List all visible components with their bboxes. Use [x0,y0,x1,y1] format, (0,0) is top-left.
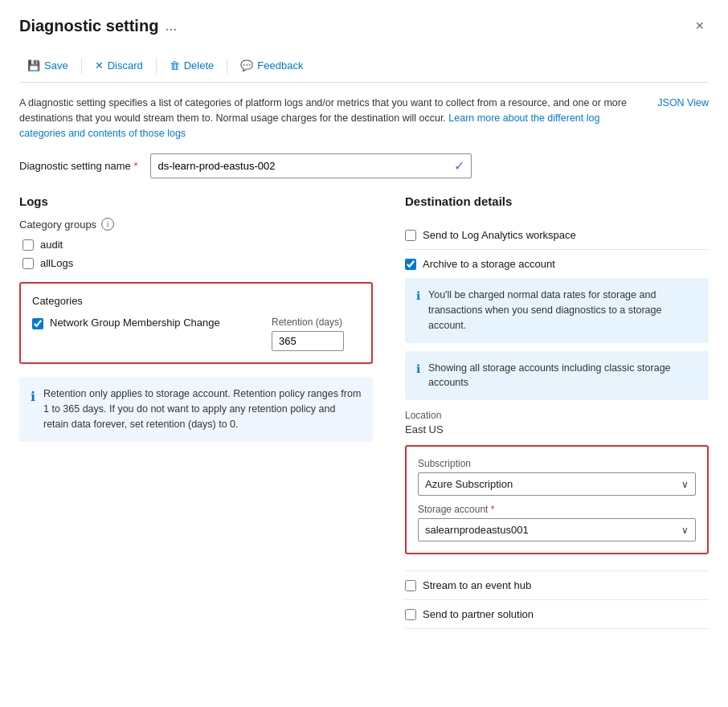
log-analytics-option: Send to Log Analytics workspace [405,221,709,250]
subscription-label: Subscription [418,458,696,469]
retention-input[interactable] [272,331,344,351]
delete-button[interactable]: 🗑 Delete [162,55,223,76]
archive-info-box2: ℹ Showing all storage accounts including… [405,351,709,401]
partner-option: Send to partner solution [405,600,709,629]
close-button[interactable]: × [690,16,709,36]
delete-icon: 🗑 [170,59,180,72]
archive-info-icon2: ℹ [416,361,420,391]
delete-label: Delete [184,59,215,72]
audit-row: audit [19,239,373,251]
storage-account-dropdown[interactable]: salearnprodeastus001 ∨ [418,518,696,541]
diagnostic-name-label: Diagnostic setting name * [19,160,137,172]
subscription-storage-box: Subscription Azure Subscription ∨ Storag… [405,445,709,554]
discard-label: Discard [108,59,143,72]
event-hub-checkbox[interactable] [405,580,416,591]
feedback-label: Feedback [257,59,303,72]
category-item-ngmc: Network Group Membership Change Retentio… [32,317,360,351]
subscription-chevron-icon: ∨ [681,479,689,490]
sep1 [81,58,82,74]
storage-account-label: Storage account * [418,504,696,515]
save-label: Save [44,59,68,72]
diagnostic-name-input[interactable] [157,160,454,172]
archive-checkbox[interactable] [405,259,416,270]
diagnostic-name-input-container: ✓ [150,153,472,178]
discard-button[interactable]: ✕ Discard [87,55,151,76]
discard-icon: ✕ [95,59,104,72]
description-section: A diagnostic setting specifies a list of… [19,96,709,141]
categories-title: Categories [32,295,360,307]
retention-col: Retention (days) [272,317,360,351]
feedback-icon: 💬 [240,59,253,72]
main-content: Logs Category groups i audit allLogs Cat… [19,194,709,629]
category-groups-info-icon[interactable]: i [101,218,114,231]
destination-section: Destination details Send to Log Analytic… [405,194,709,629]
sep3 [227,58,227,74]
archive-info-icon1: ℹ [416,288,420,333]
log-analytics-checkbox[interactable] [405,230,416,241]
storage-value: salearnprodeastus001 [425,524,529,536]
partner-label[interactable]: Send to partner solution [423,608,534,620]
allLogs-checkbox[interactable] [22,258,34,269]
log-analytics-label[interactable]: Send to Log Analytics workspace [423,229,576,241]
archive-info-text1: You'll be charged normal data rates for … [428,288,697,333]
subscription-dropdown[interactable]: Azure Subscription ∨ [418,472,696,496]
audit-label[interactable]: audit [40,239,63,251]
save-icon: 💾 [27,59,40,72]
location-value: East US [405,423,709,435]
allLogs-row: allLogs [19,257,373,269]
retention-info-box: ℹ Retention only applies to storage acco… [19,377,373,441]
required-star: * [133,160,137,172]
subscription-value: Azure Subscription [425,478,513,490]
category-groups-label: Category groups [19,219,96,231]
archive-info-box1: ℹ You'll be charged normal data rates fo… [405,278,709,342]
logs-title: Logs [19,194,373,208]
destination-title: Destination details [405,194,709,208]
archive-info-text2: Showing all storage accounts including c… [428,361,697,391]
panel-dots: ... [165,18,177,35]
diagnostic-name-row: Diagnostic setting name * ✓ [19,153,709,178]
event-hub-option: Stream to an event hub [405,571,709,600]
ngmc-checkbox[interactable] [32,318,43,329]
allLogs-label[interactable]: allLogs [40,257,73,269]
logs-section: Logs Category groups i audit allLogs Cat… [19,194,373,629]
sep2 [156,58,157,74]
category-groups-row: Category groups i [19,218,373,231]
categories-box: Categories Network Group Membership Chan… [19,282,373,364]
storage-chevron-icon: ∨ [681,525,689,536]
toolbar: 💾 Save ✕ Discard 🗑 Delete 💬 Feedback [19,49,709,83]
location-section: Location East US [405,410,709,435]
event-hub-label[interactable]: Stream to an event hub [423,579,531,591]
retention-info-text: Retention only applies to storage accoun… [43,386,362,431]
retention-label: Retention (days) [272,317,360,328]
panel-title: Diagnostic setting [19,17,158,35]
ngmc-label[interactable]: Network Group Membership Change [50,317,220,329]
info-icon: ℹ [31,387,35,431]
feedback-button[interactable]: 💬 Feedback [232,55,311,76]
partner-checkbox[interactable] [405,609,416,620]
diagnostic-setting-panel: Diagnostic setting ... × 💾 Save ✕ Discar… [0,0,728,645]
panel-header: Diagnostic setting ... × [19,16,709,36]
description-text: A diagnostic setting specifies a list of… [19,96,641,141]
archive-label[interactable]: Archive to a storage account [423,258,555,270]
audit-checkbox[interactable] [22,239,34,251]
save-button[interactable]: 💾 Save [19,55,76,76]
location-label: Location [405,410,709,421]
storage-required-star: * [491,504,495,515]
json-view-link[interactable]: JSON View [657,96,709,111]
check-mark-icon: ✓ [454,158,464,174]
archive-option-row: Archive to a storage account ℹ You'll be… [405,250,709,571]
